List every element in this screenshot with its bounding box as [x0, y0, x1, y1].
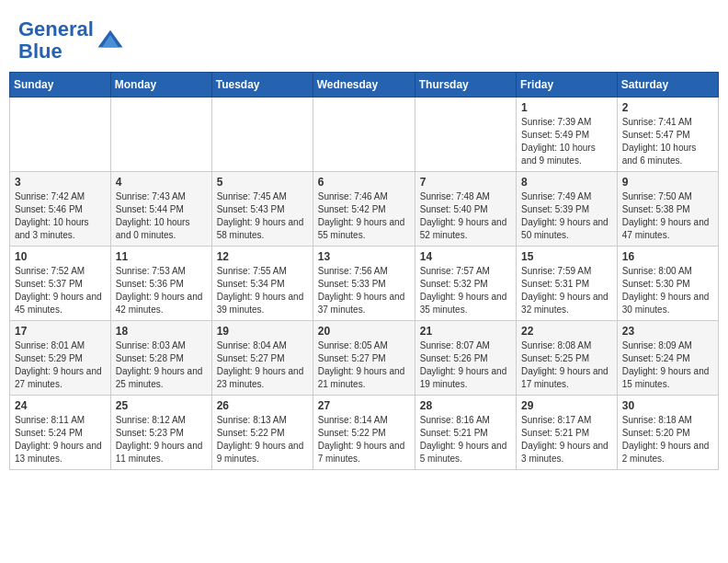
calendar-cell: 1Sunrise: 7:39 AM Sunset: 5:49 PM Daylig… [517, 98, 618, 172]
day-number: 19 [217, 325, 308, 338]
day-info: Sunrise: 7:57 AM Sunset: 5:32 PM Dayligh… [420, 265, 511, 316]
calendar-cell: 8Sunrise: 7:49 AM Sunset: 5:39 PM Daylig… [517, 172, 618, 247]
calendar-cell: 27Sunrise: 8:14 AM Sunset: 5:22 PM Dayli… [313, 396, 415, 470]
day-info: Sunrise: 7:39 AM Sunset: 5:49 PM Dayligh… [521, 116, 612, 167]
calendar-cell: 26Sunrise: 8:13 AM Sunset: 5:22 PM Dayli… [211, 396, 313, 470]
day-number: 6 [318, 176, 410, 189]
day-info: Sunrise: 8:18 AM Sunset: 5:20 PM Dayligh… [622, 414, 713, 465]
day-info: Sunrise: 7:53 AM Sunset: 5:36 PM Dayligh… [116, 265, 207, 316]
weekday-header: Monday [110, 73, 211, 98]
day-info: Sunrise: 7:43 AM Sunset: 5:44 PM Dayligh… [116, 190, 207, 242]
calendar-week-row: 10Sunrise: 7:52 AM Sunset: 5:37 PM Dayli… [10, 247, 719, 321]
calendar-cell: 20Sunrise: 8:05 AM Sunset: 5:27 PM Dayli… [313, 321, 415, 396]
day-info: Sunrise: 8:12 AM Sunset: 5:23 PM Dayligh… [116, 414, 207, 465]
calendar-cell: 29Sunrise: 8:17 AM Sunset: 5:21 PM Dayli… [517, 396, 618, 470]
day-number: 14 [420, 250, 511, 263]
day-info: Sunrise: 7:56 AM Sunset: 5:33 PM Dayligh… [318, 265, 410, 316]
day-number: 16 [622, 250, 713, 263]
day-info: Sunrise: 8:11 AM Sunset: 5:24 PM Dayligh… [15, 414, 106, 465]
day-info: Sunrise: 8:07 AM Sunset: 5:26 PM Dayligh… [420, 339, 511, 391]
day-number: 4 [116, 176, 207, 189]
day-number: 12 [217, 250, 308, 263]
calendar-cell: 24Sunrise: 8:11 AM Sunset: 5:24 PM Dayli… [10, 396, 111, 470]
day-number: 26 [217, 399, 308, 412]
day-info: Sunrise: 8:01 AM Sunset: 5:29 PM Dayligh… [15, 339, 106, 391]
calendar-header: SundayMondayTuesdayWednesdayThursdayFrid… [10, 73, 719, 98]
day-info: Sunrise: 8:16 AM Sunset: 5:21 PM Dayligh… [420, 414, 511, 465]
weekday-header: Wednesday [313, 73, 415, 98]
calendar-cell: 22Sunrise: 8:08 AM Sunset: 5:25 PM Dayli… [517, 321, 618, 396]
weekday-header: Thursday [415, 73, 516, 98]
day-info: Sunrise: 7:52 AM Sunset: 5:37 PM Dayligh… [15, 265, 106, 316]
calendar-cell: 28Sunrise: 8:16 AM Sunset: 5:21 PM Dayli… [415, 396, 516, 470]
calendar-cell: 21Sunrise: 8:07 AM Sunset: 5:26 PM Dayli… [415, 321, 516, 396]
calendar-cell: 7Sunrise: 7:48 AM Sunset: 5:40 PM Daylig… [415, 172, 516, 247]
day-number: 15 [521, 250, 612, 263]
calendar-week-row: 3Sunrise: 7:42 AM Sunset: 5:46 PM Daylig… [10, 172, 719, 247]
day-info: Sunrise: 7:59 AM Sunset: 5:31 PM Dayligh… [521, 265, 612, 316]
day-info: Sunrise: 8:14 AM Sunset: 5:22 PM Dayligh… [318, 414, 410, 465]
day-info: Sunrise: 8:00 AM Sunset: 5:30 PM Dayligh… [622, 265, 713, 316]
weekday-header: Sunday [10, 73, 111, 98]
calendar-cell: 3Sunrise: 7:42 AM Sunset: 5:46 PM Daylig… [10, 172, 111, 247]
day-info: Sunrise: 7:50 AM Sunset: 5:38 PM Dayligh… [622, 190, 713, 242]
day-number: 17 [15, 325, 106, 338]
calendar-cell: 19Sunrise: 8:04 AM Sunset: 5:27 PM Dayli… [211, 321, 313, 396]
day-info: Sunrise: 8:03 AM Sunset: 5:28 PM Dayligh… [116, 339, 207, 391]
calendar-cell: 11Sunrise: 7:53 AM Sunset: 5:36 PM Dayli… [110, 247, 211, 321]
calendar-cell: 9Sunrise: 7:50 AM Sunset: 5:38 PM Daylig… [617, 172, 718, 247]
calendar-body: 1Sunrise: 7:39 AM Sunset: 5:49 PM Daylig… [10, 98, 719, 470]
calendar-cell [415, 98, 516, 172]
page-header: GeneralBlue [9, 9, 719, 67]
day-number: 30 [622, 399, 713, 412]
day-info: Sunrise: 8:05 AM Sunset: 5:27 PM Dayligh… [318, 339, 410, 391]
calendar-cell: 30Sunrise: 8:18 AM Sunset: 5:20 PM Dayli… [617, 396, 718, 470]
day-number: 28 [420, 399, 511, 412]
calendar-cell: 6Sunrise: 7:46 AM Sunset: 5:42 PM Daylig… [313, 172, 415, 247]
calendar-cell [10, 98, 111, 172]
day-info: Sunrise: 7:42 AM Sunset: 5:46 PM Dayligh… [15, 190, 106, 242]
logo-text: GeneralBlue [18, 18, 94, 63]
day-info: Sunrise: 7:49 AM Sunset: 5:39 PM Dayligh… [521, 190, 612, 242]
day-number: 3 [15, 176, 106, 189]
day-number: 11 [116, 250, 207, 263]
calendar-cell: 12Sunrise: 7:55 AM Sunset: 5:34 PM Dayli… [211, 247, 313, 321]
day-info: Sunrise: 8:08 AM Sunset: 5:25 PM Dayligh… [521, 339, 612, 391]
calendar-cell: 13Sunrise: 7:56 AM Sunset: 5:33 PM Dayli… [313, 247, 415, 321]
day-info: Sunrise: 7:48 AM Sunset: 5:40 PM Dayligh… [420, 190, 511, 242]
day-info: Sunrise: 8:09 AM Sunset: 5:24 PM Dayligh… [622, 339, 713, 391]
calendar-cell: 17Sunrise: 8:01 AM Sunset: 5:29 PM Dayli… [10, 321, 111, 396]
logo-icon [97, 27, 124, 54]
calendar-cell: 15Sunrise: 7:59 AM Sunset: 5:31 PM Dayli… [517, 247, 618, 321]
calendar-cell: 16Sunrise: 8:00 AM Sunset: 5:30 PM Dayli… [617, 247, 718, 321]
day-number: 23 [622, 325, 713, 338]
day-number: 27 [318, 399, 410, 412]
day-number: 5 [217, 176, 308, 189]
day-number: 29 [521, 399, 612, 412]
day-info: Sunrise: 8:17 AM Sunset: 5:21 PM Dayligh… [521, 414, 612, 465]
calendar-table: SundayMondayTuesdayWednesdayThursdayFrid… [9, 72, 719, 470]
calendar-cell: 2Sunrise: 7:41 AM Sunset: 5:47 PM Daylig… [617, 98, 718, 172]
calendar-cell: 18Sunrise: 8:03 AM Sunset: 5:28 PM Dayli… [110, 321, 211, 396]
weekday-header: Saturday [617, 73, 718, 98]
day-number: 10 [15, 250, 106, 263]
day-number: 22 [521, 325, 612, 338]
day-info: Sunrise: 7:41 AM Sunset: 5:47 PM Dayligh… [622, 116, 713, 167]
calendar-week-row: 17Sunrise: 8:01 AM Sunset: 5:29 PM Dayli… [10, 321, 719, 396]
day-number: 18 [116, 325, 207, 338]
calendar-cell [313, 98, 415, 172]
calendar-cell: 4Sunrise: 7:43 AM Sunset: 5:44 PM Daylig… [110, 172, 211, 247]
logo: GeneralBlue [18, 18, 124, 63]
day-number: 25 [116, 399, 207, 412]
calendar-cell [211, 98, 313, 172]
calendar-cell [110, 98, 211, 172]
day-number: 1 [521, 101, 612, 114]
calendar-week-row: 1Sunrise: 7:39 AM Sunset: 5:49 PM Daylig… [10, 98, 719, 172]
day-number: 13 [318, 250, 410, 263]
weekday-header: Friday [517, 73, 618, 98]
day-info: Sunrise: 7:46 AM Sunset: 5:42 PM Dayligh… [318, 190, 410, 242]
calendar-week-row: 24Sunrise: 8:11 AM Sunset: 5:24 PM Dayli… [10, 396, 719, 470]
calendar-cell: 10Sunrise: 7:52 AM Sunset: 5:37 PM Dayli… [10, 247, 111, 321]
day-number: 20 [318, 325, 410, 338]
weekday-header: Tuesday [211, 73, 313, 98]
